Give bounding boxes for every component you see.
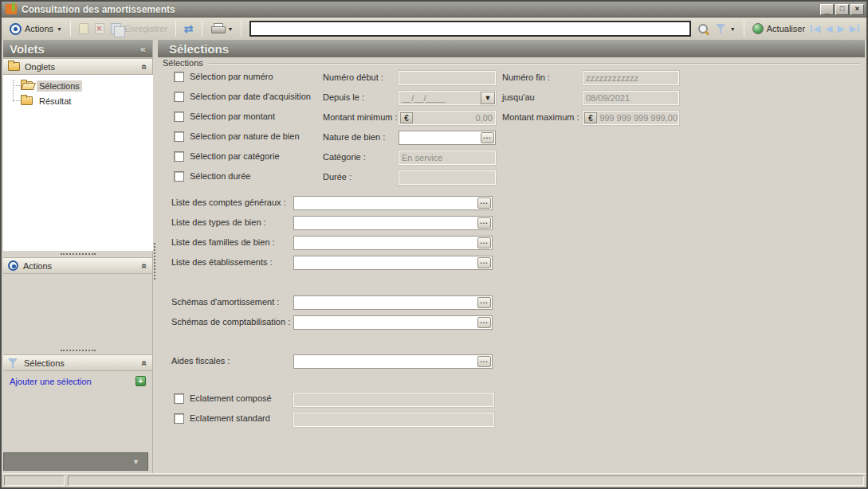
open-folder-icon bbox=[21, 81, 33, 90]
checkbox-label: Sélection par numéro bbox=[190, 72, 273, 81]
close-button[interactable]: × bbox=[850, 4, 864, 15]
filter-icon bbox=[8, 358, 19, 369]
sidebar-splitter[interactable] bbox=[3, 347, 153, 353]
field-label: Liste des familles de bien : bbox=[171, 237, 275, 247]
search-button[interactable] bbox=[694, 22, 713, 37]
checkbox-selection-numero[interactable] bbox=[174, 72, 184, 82]
chevron-up-icon[interactable]: « bbox=[139, 360, 151, 366]
field-label: Liste des établissements : bbox=[171, 257, 273, 267]
nav-last-button[interactable]: ▶ bbox=[847, 22, 862, 35]
section-onglets-header[interactable]: Onglets « bbox=[3, 58, 152, 75]
refresh-button[interactable]: ⇄ bbox=[181, 21, 197, 37]
add-selection-link[interactable]: Ajouter une sélection bbox=[10, 377, 92, 386]
checkbox-label: Eclatement composé bbox=[190, 393, 272, 403]
maximize-button[interactable]: □ bbox=[835, 4, 849, 15]
app-window: Consultation des amortissements _ □ × Ac… bbox=[0, 0, 868, 489]
schemas-amortissement-field[interactable]: ... bbox=[293, 295, 493, 310]
browse-dots-button[interactable]: ... bbox=[477, 237, 491, 248]
toolbar-separator bbox=[70, 21, 71, 37]
minimize-icon: _ bbox=[825, 8, 829, 15]
field-label: Montant minimum : bbox=[323, 112, 398, 122]
browse-dots-button[interactable]: ... bbox=[477, 257, 491, 268]
field-label: Nature de bien : bbox=[323, 132, 385, 142]
tree-item-selections[interactable]: Sélections bbox=[21, 79, 82, 92]
checkbox-label: Sélection par catégorie bbox=[190, 151, 280, 161]
actions-label: Actions bbox=[25, 24, 53, 33]
browse-dots-button[interactable]: ... bbox=[477, 356, 491, 367]
aides-fiscales-field[interactable]: ... bbox=[293, 354, 493, 369]
field-label: Catégorie : bbox=[323, 152, 366, 162]
search-input[interactable] bbox=[249, 21, 690, 37]
euro-icon: € bbox=[584, 112, 597, 123]
euro-icon: € bbox=[400, 112, 413, 123]
filter-button[interactable]: ▼ bbox=[713, 22, 739, 36]
sidebar-dropdown[interactable]: ▼ bbox=[3, 452, 148, 471]
collapse-panel-icon[interactable]: « bbox=[140, 43, 146, 55]
toolbar: Actions ▼ Enregistrer ⇄ ▼ ▼ bbox=[2, 18, 866, 40]
eclatement-standard-row: Eclatement standard bbox=[156, 413, 865, 428]
checkbox-label: Sélection durée bbox=[190, 171, 250, 181]
actualiser-button[interactable]: Actualiser bbox=[749, 22, 808, 36]
types-de-bien-field[interactable]: ... bbox=[293, 216, 493, 230]
print-button[interactable]: ▼ bbox=[207, 22, 237, 36]
eclatement-compose-row: Eclatement composé bbox=[156, 393, 865, 409]
sidebar-splitter[interactable] bbox=[3, 251, 153, 256]
checkbox-selection-date[interactable] bbox=[174, 92, 184, 102]
nature-de-bien-field[interactable]: ... bbox=[399, 131, 496, 145]
sidebar-header: Volets « bbox=[3, 40, 152, 57]
jusquau-field: 08/09/2021 bbox=[583, 91, 679, 105]
nav-next-icon: ▶ bbox=[850, 23, 857, 34]
tree-connector bbox=[13, 85, 20, 86]
combo-dropdown-button[interactable]: ▼ bbox=[481, 92, 495, 104]
status-cell-right bbox=[68, 475, 864, 486]
filter-row-categorie: Sélection par catégorie Catégorie : En s… bbox=[156, 151, 865, 166]
depuis-le-combo[interactable]: __/__/____ ▼ bbox=[399, 91, 496, 105]
comptes-generaux-field[interactable]: ... bbox=[293, 196, 493, 210]
list-row-etablissements: Liste des établissements : ... bbox=[156, 256, 865, 272]
numero-fin-field: zzzzzzzzzzzz bbox=[583, 71, 679, 85]
nav-next-button[interactable]: ▶ bbox=[835, 22, 847, 35]
actions-menu-button[interactable]: Actions ▼ bbox=[6, 22, 65, 37]
checkbox-selection-categorie[interactable] bbox=[174, 151, 184, 162]
minimize-button[interactable]: _ bbox=[820, 4, 834, 15]
groupbox-label: Sélections bbox=[163, 58, 203, 68]
checkbox-selection-nature[interactable] bbox=[174, 131, 184, 142]
schemas-comptabilisation-field[interactable]: ... bbox=[293, 315, 493, 330]
nav-prev-icon: ◀ bbox=[813, 23, 820, 34]
montant-minimum-field: € 0,00 bbox=[399, 111, 496, 125]
familles-de-bien-field[interactable]: ... bbox=[293, 236, 493, 250]
section-actions-header[interactable]: Actions « bbox=[3, 257, 152, 274]
nav-previous-button[interactable]: ◀ bbox=[823, 22, 835, 35]
add-selection-button[interactable]: + bbox=[136, 376, 146, 386]
field-label: Liste des comptes généraux : bbox=[171, 198, 286, 207]
checkbox-label: Eclatement standard bbox=[190, 413, 270, 423]
duree-field bbox=[399, 170, 496, 185]
checkbox-selection-montant[interactable] bbox=[174, 111, 184, 122]
browse-dots-button[interactable]: ... bbox=[481, 132, 494, 143]
tree-connector bbox=[13, 80, 14, 102]
checkbox-label: Sélection par date d'acquisition bbox=[190, 92, 311, 101]
browse-dots-button[interactable]: ... bbox=[477, 317, 491, 328]
date-placeholder: __/__/____ bbox=[399, 93, 481, 103]
status-bar bbox=[2, 473, 866, 487]
checkbox-eclatement-compose[interactable] bbox=[174, 393, 184, 404]
chevron-down-icon: ▼ bbox=[132, 458, 139, 466]
browse-dots-button[interactable]: ... bbox=[477, 297, 491, 308]
section-selections-header[interactable]: Sélections « bbox=[3, 354, 152, 371]
tree-item-resultat[interactable]: Résultat bbox=[21, 94, 73, 108]
nav-first-button[interactable]: ◀ bbox=[808, 22, 823, 35]
folder-icon bbox=[8, 62, 20, 71]
chevron-up-icon[interactable]: « bbox=[139, 64, 151, 69]
checkbox-eclatement-standard[interactable] bbox=[174, 413, 184, 424]
field-label: Aides fiscales : bbox=[171, 356, 230, 366]
checkbox-selection-duree[interactable] bbox=[174, 171, 184, 182]
save-label: Enregistrer bbox=[124, 24, 167, 33]
eclatement-compose-field bbox=[293, 393, 494, 407]
chevron-down-icon: ▼ bbox=[485, 94, 492, 102]
browse-dots-button[interactable]: ... bbox=[477, 198, 491, 209]
categorie-field: En service bbox=[399, 151, 496, 165]
browse-dots-button[interactable]: ... bbox=[477, 217, 491, 229]
refresh-icon: ⇄ bbox=[184, 22, 194, 35]
etablissements-field[interactable]: ... bbox=[293, 256, 493, 270]
chevron-up-icon[interactable]: « bbox=[139, 263, 151, 268]
